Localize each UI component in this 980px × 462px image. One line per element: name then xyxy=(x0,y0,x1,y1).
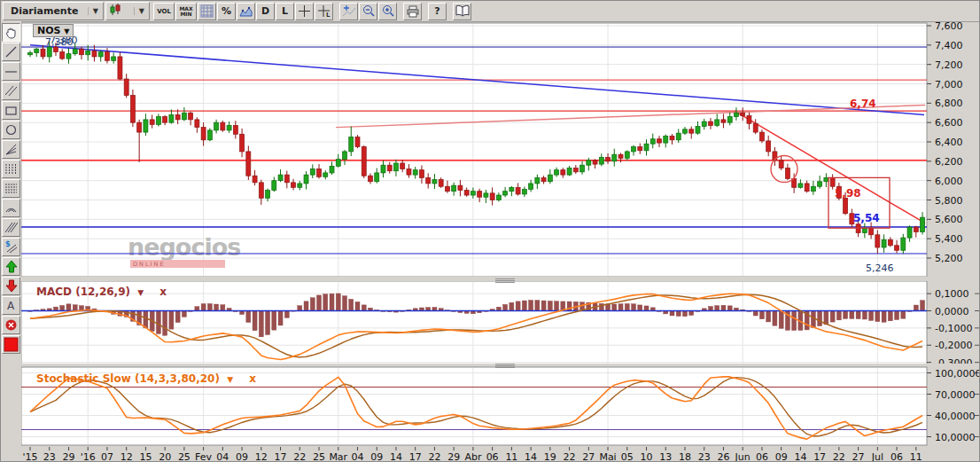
macd-close-button[interactable]: x xyxy=(159,286,167,298)
date-axis-label: 29 xyxy=(447,451,460,462)
panel-splitter[interactable] xyxy=(21,364,980,366)
hline-icon xyxy=(4,65,18,78)
date-axis-label: 04 xyxy=(216,451,229,462)
text-tool[interactable]: A xyxy=(2,296,20,315)
chevron-down-icon[interactable]: ▼ xyxy=(227,375,233,384)
fan-icon xyxy=(4,143,18,156)
rectangle-tool[interactable] xyxy=(2,101,20,120)
daily-button[interactable]: D xyxy=(256,3,275,20)
horizontal-grid-tool[interactable] xyxy=(2,179,20,198)
max-min-button[interactable]: MAXMIN xyxy=(175,3,197,20)
date-axis-label: Mai xyxy=(599,451,616,462)
period-dropdown[interactable]: Diariamente ▼ xyxy=(3,2,104,20)
date-axis-label: 10 xyxy=(641,451,653,462)
date-axis-label: 20 xyxy=(159,451,171,462)
date-axis-label: 12 xyxy=(121,451,133,462)
area-chart-button[interactable] xyxy=(237,3,255,20)
svg-text:$: $ xyxy=(5,240,11,248)
price-annotation-label: 6,74 xyxy=(850,98,876,110)
arrow-down-icon xyxy=(5,279,18,293)
crosshair-icon: L xyxy=(317,4,331,18)
stochastic-close-button[interactable]: x xyxy=(249,372,256,385)
date-axis-label: 25 xyxy=(313,451,325,462)
price-axis-label: 6,800 xyxy=(935,98,963,109)
date-axis-label: Fev xyxy=(195,451,212,462)
trendline-tool-button[interactable] xyxy=(339,3,358,20)
stochastic-panel-title: Stochastic Slow (14,3,3,80,20) ▼ x xyxy=(36,372,256,385)
last-price-label: 7,380 xyxy=(45,36,74,48)
stochastic-axis-label: 100,0000 xyxy=(935,368,980,380)
chevron-down-icon[interactable]: ▼ xyxy=(137,288,144,297)
date-axis-label: 22 xyxy=(564,451,576,462)
date-axis-label: 22 xyxy=(833,451,845,462)
fibonacci-arcs-tool[interactable] xyxy=(2,199,20,217)
date-axis-label: 18 xyxy=(679,451,691,462)
chevron-down-icon[interactable]: ▼ xyxy=(88,7,103,15)
price-axis-label: 5,600 xyxy=(935,214,963,225)
trend-line-tool[interactable] xyxy=(2,43,20,61)
arrow-down-marker-tool[interactable] xyxy=(2,277,20,295)
print-button[interactable] xyxy=(403,3,422,20)
period-dropdown-label: Diariamente xyxy=(4,5,88,17)
color-picker-swatch[interactable] xyxy=(2,335,20,354)
macd-axis-label: 0,1000 xyxy=(935,288,969,300)
text-icon: A xyxy=(4,299,18,312)
instrument-selector[interactable]: NOS ▼ xyxy=(33,24,74,37)
speed-icon xyxy=(4,221,18,234)
date-axis-label: 12 xyxy=(255,451,268,462)
date-axis-label: Jul xyxy=(871,451,883,462)
delete-tool[interactable] xyxy=(2,316,20,334)
time-axis[interactable]: '152329'160712152025Fev040912172225Mar04… xyxy=(21,447,980,462)
svg-text:negocios: negocios xyxy=(128,233,240,261)
date-axis-label: 06 xyxy=(486,451,499,462)
grid-button[interactable] xyxy=(198,3,216,20)
gann-fan-tool[interactable] xyxy=(2,140,20,159)
price-axis-label: 7,400 xyxy=(935,40,963,51)
top-toolbar: Diariamente ▼ ▼ VOLMAXMIN%DLL? xyxy=(1,1,980,22)
main-price-chart[interactable]: negociosONLINE7,3806,745,985,545,2467,60… xyxy=(21,22,980,278)
chevron-down-icon[interactable]: ▼ xyxy=(64,27,69,35)
date-axis-label: 23 xyxy=(43,451,56,462)
stochastic-axis-label: 10,0000 xyxy=(935,432,976,443)
date-axis-label: 06 xyxy=(891,451,903,462)
crosshair-button[interactable]: L xyxy=(315,3,333,20)
rect-icon xyxy=(4,104,18,117)
panel-splitter[interactable] xyxy=(21,277,980,281)
area-chart-icon xyxy=(239,5,253,18)
ellipse-tool[interactable] xyxy=(2,121,20,139)
price-lines-tool[interactable]: $ xyxy=(2,238,20,256)
chart-type-dropdown[interactable]: ▼ xyxy=(105,2,150,20)
date-axis-label: 26 xyxy=(717,451,729,462)
price-axis-label: 6,400 xyxy=(935,137,963,148)
zoom-in-icon xyxy=(381,4,395,18)
book-button[interactable] xyxy=(453,3,471,20)
price-axis-label: 6,600 xyxy=(935,117,963,129)
parallel-lines-tool[interactable] xyxy=(2,82,20,100)
date-axis-label: Abr xyxy=(464,451,482,462)
help-button[interactable]: ? xyxy=(428,3,447,20)
price-annotation-label: 5,98 xyxy=(835,187,861,200)
price-axis-label: 7,600 xyxy=(935,22,963,32)
zoom-in-button[interactable] xyxy=(378,3,397,20)
splitter-grip-icon[interactable] xyxy=(495,363,515,366)
date-axis-label: 27 xyxy=(582,451,595,462)
splitter-grip-icon[interactable] xyxy=(495,278,515,281)
date-axis-label: 22 xyxy=(293,451,306,462)
toolbar-button-group: VOLMAXMIN%DLL? xyxy=(152,3,471,20)
zoom-out-button[interactable] xyxy=(359,3,377,20)
macd-title-text: MACD (12,26,9) xyxy=(36,286,130,298)
volume-button[interactable]: VOL xyxy=(153,3,175,20)
chevron-down-icon[interactable]: ▼ xyxy=(134,7,149,15)
horizontal-line-tool[interactable] xyxy=(2,62,20,81)
percent-button[interactable]: % xyxy=(217,3,236,20)
pan-hand-tool[interactable] xyxy=(2,23,20,42)
ellipse-icon xyxy=(4,123,18,137)
cross-cursor-button[interactable] xyxy=(295,3,314,20)
date-axis-label: 14 xyxy=(390,451,402,462)
line-chart-button[interactable]: L xyxy=(276,3,294,20)
vertical-grid-tool[interactable] xyxy=(2,160,20,178)
date-axis-label: 07 xyxy=(101,451,113,462)
speed-lines-tool[interactable] xyxy=(2,218,20,237)
price-lines-icon: $ xyxy=(4,240,18,254)
arrow-up-marker-tool[interactable] xyxy=(2,257,20,276)
